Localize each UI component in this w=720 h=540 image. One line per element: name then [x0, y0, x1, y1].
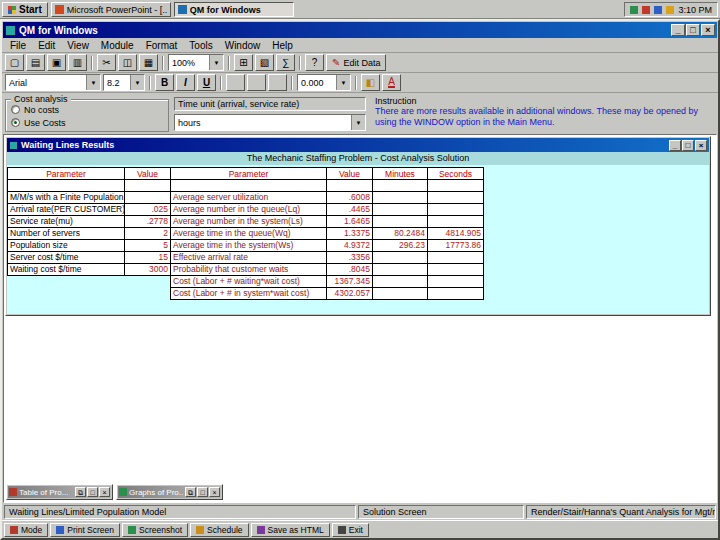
close-button[interactable]: ×: [99, 487, 110, 497]
instruction-label: Instruction: [375, 96, 711, 106]
font-size-select[interactable]: 8.2 ▼: [103, 74, 145, 91]
print-screen-button[interactable]: Print Screen: [50, 523, 120, 537]
font-color-button[interactable]: A: [382, 74, 401, 91]
time-unit-label: Time unit (arrival, service rate): [174, 97, 366, 111]
tray-icon-1[interactable]: [630, 6, 638, 14]
system-tray: 3:10 PM: [624, 2, 718, 17]
column-header: Minutes: [373, 167, 428, 180]
open-button[interactable]: ▤: [26, 54, 45, 71]
results-minimize-button[interactable]: _: [669, 140, 681, 151]
value-cell: .8045: [327, 264, 373, 276]
edit-data-button[interactable]: ✎ Edit Data: [326, 54, 386, 71]
exit-button[interactable]: Exit: [332, 523, 369, 537]
menu-edit[interactable]: Edit: [32, 38, 61, 52]
results-content: The Mechanic Staffing Problem - Cost Ana…: [7, 152, 709, 314]
minutes-cell: [373, 204, 428, 216]
schedule-button[interactable]: Schedule: [190, 523, 248, 537]
menu-module[interactable]: Module: [95, 38, 140, 52]
menu-window[interactable]: Window: [219, 38, 267, 52]
maximize-button[interactable]: □: [87, 487, 98, 497]
maximize-button[interactable]: □: [686, 24, 700, 36]
start-button[interactable]: Start: [2, 2, 48, 17]
align-center-button[interactable]: [247, 74, 266, 91]
underline-button[interactable]: U: [197, 74, 216, 91]
menu-format[interactable]: Format: [140, 38, 184, 52]
tray-icon-2[interactable]: [642, 6, 650, 14]
seconds-cell: [428, 252, 484, 264]
tray-icon-3[interactable]: [654, 6, 662, 14]
minimized-window-table-of-probabilities[interactable]: Table of Pro... ⧉ □ ×: [6, 484, 113, 500]
zoom-select[interactable]: 100% ▼: [168, 54, 224, 71]
menu-file[interactable]: File: [4, 38, 32, 52]
menu-help[interactable]: Help: [266, 38, 299, 52]
decimal-format-select[interactable]: 0.000 ▼: [297, 74, 351, 91]
column-header: Seconds: [428, 167, 484, 180]
screenshot-button[interactable]: Screenshot: [122, 523, 188, 537]
taskbar-task-qm[interactable]: QM for Windows: [174, 2, 294, 17]
restore-button[interactable]: ⧉: [75, 487, 86, 497]
cost-analysis-group: Cost analysis No costs Use Costs: [5, 99, 169, 132]
parameter-cell: Average server utilization: [171, 192, 327, 204]
save-as-html-button[interactable]: Save as HTML: [251, 523, 330, 537]
time-unit-select[interactable]: hours ▼: [174, 114, 366, 131]
seconds-cell: [428, 288, 484, 300]
minimized-window-graphs-of-probabilities[interactable]: Graphs of Pro... ⧉ □ ×: [116, 484, 223, 500]
results-titlebar: Waiting Lines Results _ □ ×: [7, 138, 709, 152]
copy-button[interactable]: ◫: [118, 54, 137, 71]
minimize-button[interactable]: _: [671, 24, 685, 36]
align-right-button[interactable]: [268, 74, 287, 91]
table-window-icon: [9, 488, 17, 496]
table-button[interactable]: ⊞: [234, 54, 253, 71]
sum-button[interactable]: ∑: [276, 54, 295, 71]
radio-use-costs[interactable]: Use Costs: [11, 116, 163, 129]
results-close-button[interactable]: ×: [695, 140, 707, 151]
button-label: Exit: [349, 525, 363, 535]
save-button[interactable]: ▣: [47, 54, 66, 71]
exit-icon: [338, 526, 346, 534]
chart-icon: ▧: [260, 57, 269, 68]
paste-button[interactable]: ▦: [139, 54, 158, 71]
separator: [299, 56, 301, 70]
font-select[interactable]: Arial ▼: [5, 74, 101, 91]
seconds-cell: 4814.905: [428, 228, 484, 240]
restore-button[interactable]: ⧉: [185, 487, 196, 497]
new-button[interactable]: ▢: [5, 54, 24, 71]
toolbar-format: Arial ▼ 8.2 ▼ B I U 0.000 ▼ ◧ A: [2, 73, 718, 93]
align-left-button[interactable]: [226, 74, 245, 91]
print-icon: ▥: [73, 57, 82, 68]
empty-cell: [125, 288, 171, 300]
button-label: Print Screen: [67, 525, 114, 535]
seconds-cell: [428, 276, 484, 288]
empty-cell: [7, 180, 125, 192]
value-cell: 1.3375: [327, 228, 373, 240]
seconds-cell: [428, 264, 484, 276]
app-icon: [5, 25, 16, 36]
fill-color-button[interactable]: ◧: [361, 74, 380, 91]
close-button[interactable]: ×: [209, 487, 220, 497]
taskbar-task-powerpoint[interactable]: Microsoft PowerPoint - [...: [51, 2, 171, 17]
maximize-button[interactable]: □: [197, 487, 208, 497]
results-maximize-button[interactable]: □: [682, 140, 694, 151]
help-button[interactable]: ?: [305, 54, 324, 71]
minimized-titlebar: Graphs of Pro... ⧉ □ ×: [118, 486, 221, 498]
tray-icon-4[interactable]: [666, 6, 674, 14]
fill-color-icon: ◧: [366, 77, 375, 88]
print-button[interactable]: ▥: [68, 54, 87, 71]
empty-cell: [171, 180, 327, 192]
bold-button[interactable]: B: [155, 74, 174, 91]
cut-button[interactable]: ✂: [97, 54, 116, 71]
chart-button[interactable]: ▧: [255, 54, 274, 71]
radio-no-costs[interactable]: No costs: [11, 103, 163, 116]
close-button[interactable]: ×: [701, 24, 715, 36]
empty-cell: [125, 276, 171, 288]
mode-button[interactable]: Mode: [4, 523, 48, 537]
windows-logo-icon: [8, 6, 16, 14]
separator: [91, 56, 93, 70]
menu-tools[interactable]: Tools: [183, 38, 218, 52]
menu-view[interactable]: View: [61, 38, 95, 52]
minimized-window-title: Table of Pro...: [19, 488, 68, 497]
save-as-html-icon: [257, 526, 265, 534]
radio-label: No costs: [24, 105, 59, 115]
column-header: Value: [125, 167, 171, 180]
italic-button[interactable]: I: [176, 74, 195, 91]
